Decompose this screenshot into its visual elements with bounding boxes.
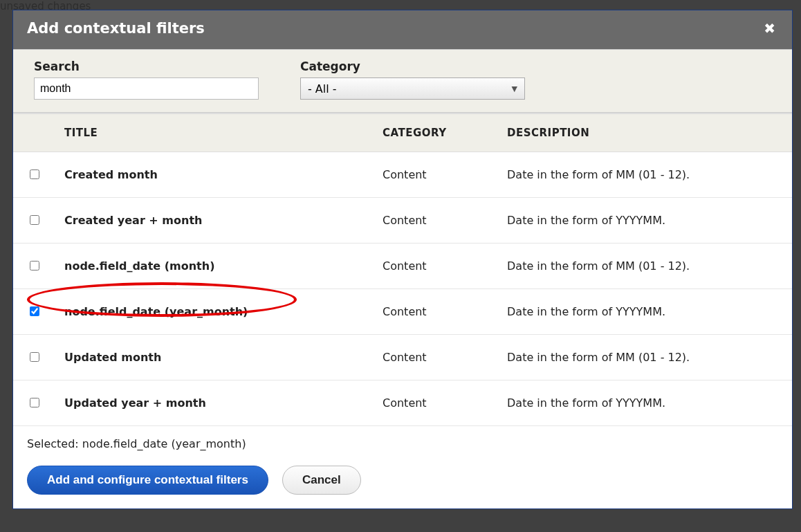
dialog-footer: Selected: node.field_date (year_month) A… — [13, 426, 792, 508]
filters-table-wrap: TITLE CATEGORY DESCRIPTION Created month… — [13, 113, 792, 426]
row-category: Content — [373, 335, 497, 380]
col-category: CATEGORY — [373, 113, 497, 152]
dialog-title: Add contextual filters — [27, 20, 205, 37]
row-category: Content — [373, 380, 497, 426]
close-icon[interactable]: ✖ — [761, 20, 778, 37]
row-checkbox[interactable] — [30, 398, 39, 407]
row-category: Content — [373, 244, 497, 289]
category-group: Category - All - ▼ — [300, 59, 525, 100]
row-category: Content — [373, 289, 497, 335]
row-title: Updated year + month — [55, 380, 373, 426]
selected-line: Selected: node.field_date (year_month) — [27, 437, 778, 450]
button-row: Add and configure contextual filters Can… — [27, 466, 778, 495]
row-title: Created year + month — [55, 198, 373, 244]
col-description: DESCRIPTION — [497, 113, 792, 152]
row-description: Date in the form of MM (01 - 12). — [497, 152, 792, 198]
row-title: node.field_date (year_month) — [55, 289, 373, 335]
category-select-value: - All - — [308, 82, 337, 95]
row-description: Date in the form of MM (01 - 12). — [497, 244, 792, 289]
search-label: Search — [34, 59, 259, 73]
row-checkbox[interactable] — [30, 215, 39, 225]
table-row: Updated monthContentDate in the form of … — [13, 335, 792, 380]
row-title: Created month — [55, 152, 373, 198]
row-description: Date in the form of MM (01 - 12). — [497, 335, 792, 380]
row-description: Date in the form of YYYYMM. — [497, 289, 792, 335]
row-category: Content — [373, 152, 497, 198]
selected-prefix: Selected: — [27, 437, 82, 450]
row-category: Content — [373, 198, 497, 244]
selected-value: node.field_date (year_month) — [82, 437, 246, 450]
category-select[interactable]: - All - ▼ — [300, 77, 525, 100]
search-input[interactable] — [34, 77, 259, 100]
add-contextual-filters-dialog: Add contextual filters ✖ Search Category… — [12, 10, 793, 509]
filters-table: TITLE CATEGORY DESCRIPTION Created month… — [13, 113, 792, 426]
table-row: node.field_date (year_month)ContentDate … — [13, 289, 792, 335]
row-checkbox[interactable] — [30, 169, 39, 179]
table-row: Updated year + monthContentDate in the f… — [13, 380, 792, 426]
dialog-header: Add contextual filters ✖ — [13, 10, 792, 49]
row-title: node.field_date (month) — [55, 244, 373, 289]
table-row: Created monthContentDate in the form of … — [13, 152, 792, 198]
row-description: Date in the form of YYYYMM. — [497, 380, 792, 426]
row-description: Date in the form of YYYYMM. — [497, 198, 792, 244]
chevron-down-icon: ▼ — [512, 84, 517, 93]
search-group: Search — [34, 59, 259, 100]
col-title: TITLE — [55, 113, 373, 152]
category-label: Category — [300, 59, 525, 73]
filter-bar: Search Category - All - ▼ — [13, 49, 792, 113]
table-row: Created year + monthContentDate in the f… — [13, 198, 792, 244]
table-row: node.field_date (month)ContentDate in th… — [13, 244, 792, 289]
row-checkbox[interactable] — [30, 352, 39, 362]
row-title: Updated month — [55, 335, 373, 380]
row-checkbox[interactable] — [30, 261, 39, 270]
add-and-configure-button[interactable]: Add and configure contextual filters — [27, 466, 268, 495]
cancel-button[interactable]: Cancel — [282, 466, 361, 495]
row-checkbox[interactable] — [30, 306, 39, 316]
